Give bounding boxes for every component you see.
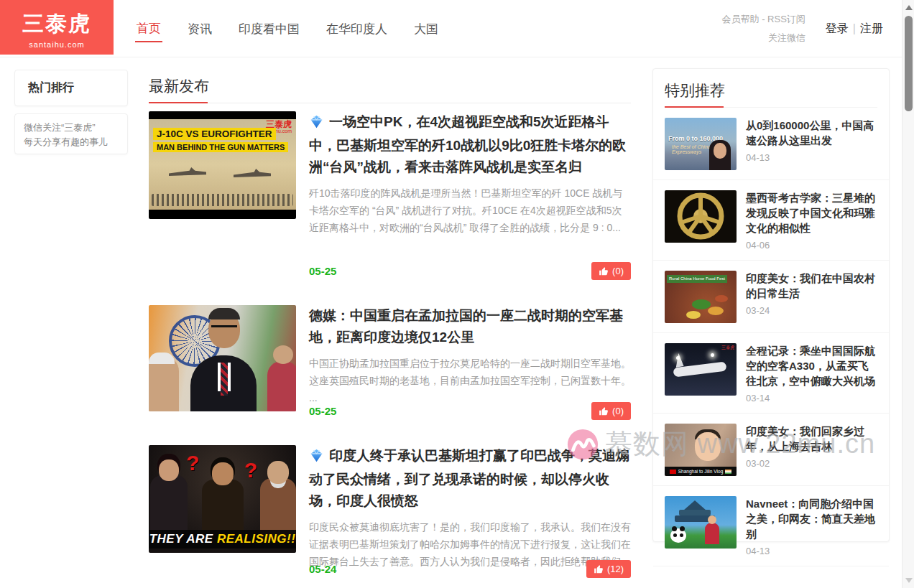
recommend-item[interactable]: From 0 to 160,000 the Best of China's Ex… [653, 108, 889, 180]
article-date: 05-24 [309, 563, 336, 575]
site-logo-title: 三泰虎 [0, 9, 114, 39]
article-thumbnail-jets[interactable]: 三泰虎 santaihu.com J-10C VS EUROFIGHTER MA… [149, 111, 296, 219]
recommend-title: 印度美女：我们在中国农村的日常生活 [746, 271, 877, 301]
latest-section-title: 最新发布 [149, 76, 631, 103]
article-title[interactable]: 德媒：中国重启在孟加拉国的一座二战时期的空军基地，距离印度边境仅12公里 [309, 305, 631, 348]
header: 三泰虎 santaihu.com 首页 资讯 印度看中国 在华印度人 大国 会员… [0, 0, 902, 57]
auth-links: 登录|注册 [826, 22, 883, 37]
panda-shape [670, 528, 686, 543]
temple-roof [683, 500, 706, 510]
light-glow [676, 356, 680, 360]
hot-ranking-box[interactable]: 热门排行 [14, 70, 128, 106]
article-thumbnail-anchor[interactable] [149, 305, 296, 411]
dish-shape [708, 307, 724, 315]
special-recommend-card: 特别推荐 From 0 to 160,000 the Best of China… [652, 68, 890, 542]
header-right: 会员帮助 - RSS订阅 关注微信 登录|注册 [722, 0, 883, 57]
recommend-thumbnail-expressway: From 0 to 160,000 the Best of China's Ex… [665, 118, 737, 170]
gem-icon [309, 447, 324, 469]
plane-tail [673, 353, 683, 368]
figure-host [705, 523, 719, 544]
thumbs-up-icon [594, 564, 604, 574]
article-date: 05-25 [309, 265, 336, 277]
nav-item-news[interactable]: 资讯 [186, 17, 213, 42]
nav-item-india-views-china[interactable]: 印度看中国 [237, 17, 301, 42]
crowd-silhouette [152, 194, 293, 206]
recommend-item[interactable]: Rural China Home Food Fest 印度美女：我们在中国农村的… [653, 261, 889, 333]
recommend-item[interactable]: Shanghai to Jilin Vlog 印度美女：我们回家乡过年，从上海去… [653, 414, 889, 486]
anchor-tie [221, 363, 228, 396]
article-thumbnail-realising[interactable]: ? ? THEY ARE REALISING!! [149, 445, 296, 553]
question-mark: ? [244, 458, 257, 482]
question-mark: ? [186, 451, 199, 475]
like-button[interactable]: (0) [591, 262, 631, 280]
scrollbar-thumb[interactable] [905, 16, 913, 111]
recommend-item[interactable]: 三泰虎 全程记录：乘坐中国国际航空的空客A330，从孟买飞往北京，空中俯瞰大兴机… [653, 333, 889, 414]
recommend-thumbnail-baby: Shanghai to Jilin Vlog [665, 424, 737, 476]
figure-left [149, 355, 179, 411]
figure-right [267, 361, 296, 411]
thumb-caption: J-10C VS EUROFIGHTER MAN BEHIND THE GUN … [153, 127, 288, 153]
header-links: 会员帮助 - RSS订阅 关注微信 [722, 10, 805, 47]
dish-shape [686, 311, 701, 319]
dish-shape [715, 295, 728, 302]
recommend-title: 墨西哥考古学家：三星堆的发现反映了中国文化和玛雅文化的相似性 [746, 190, 877, 235]
page-scrollbar[interactable] [902, 0, 914, 588]
latest-section-header: 最新发布 [149, 76, 631, 103]
site-logo[interactable]: 三泰虎 santaihu.com [0, 0, 114, 55]
register-link[interactable]: 注册 [860, 22, 883, 34]
recommend-date: 03-14 [746, 393, 877, 403]
recommend-date: 03-24 [746, 305, 877, 316]
thumbs-up-icon [599, 266, 609, 276]
article-title[interactable]: 印度人终于承认巴基斯坦打赢了印巴战争，莫迪煽动了民众情绪，到了兑现承诺的时候，却… [309, 445, 631, 512]
nav-item-indians-in-china[interactable]: 在华印度人 [325, 17, 389, 42]
article-item: ? ? THEY ARE REALISING!! 印度人终于承认巴基斯坦打赢了印… [149, 445, 631, 578]
figure-host [709, 140, 731, 170]
recommend-thumbnail-gold-wheel [665, 190, 737, 243]
light-glow [711, 353, 714, 357]
thumb-caption: Rural China Home Food Fest [667, 275, 727, 283]
login-link[interactable]: 登录 [826, 22, 849, 34]
wechat-follow-box: 微信关注“三泰虎” 每天分享有趣的事儿 [14, 113, 128, 154]
nav-item-home[interactable]: 首页 [135, 16, 162, 42]
scroll-up-arrow-icon[interactable] [905, 5, 913, 10]
auth-separator: | [853, 22, 856, 34]
article-excerpt: 中国正协助孟加拉国重启位于拉尔莫尼哈特的一座二战时期旧空军基地。这座英国殖民时期… [309, 355, 631, 406]
wechat-line1: 微信关注“三泰虎” [24, 122, 96, 133]
recommend-title: 印度美女：我们回家乡过年，从上海去吉林 [746, 424, 877, 454]
follow-wechat-link[interactable]: 关注微信 [768, 32, 805, 43]
recommend-thumbnail-food: Rural China Home Food Fest [665, 271, 737, 323]
article-title[interactable]: 一场空中PK，在4次超视距空战和5次近距格斗中，巴基斯坦空军的歼10战机以9比0… [309, 111, 631, 178]
recommend-title: Navneet：向同胞介绍中国之美，印网友：简直天差地别 [746, 496, 877, 541]
recommend-date: 04-06 [746, 240, 877, 251]
dish-shape [692, 299, 711, 309]
gem-icon [309, 113, 324, 135]
recommend-thumbnail-temple [665, 496, 737, 549]
recommend-title: 从0到160000公里，中国高速公路从这里出发 [746, 118, 877, 148]
like-button[interactable]: (12) [586, 560, 631, 578]
nav-item-great-powers[interactable]: 大国 [412, 17, 440, 42]
recommend-item[interactable]: Navneet：向同胞介绍中国之美，印网友：简直天差地别 04-13 [653, 486, 889, 566]
special-recommend-title: 特别推荐 [665, 80, 877, 108]
thumbs-up-icon [599, 406, 609, 416]
article-item: 三泰虎 santaihu.com J-10C VS EUROFIGHTER MA… [149, 111, 631, 280]
section-title-rule [149, 103, 631, 103]
anchor-hair [208, 308, 240, 319]
recommend-date: 04-13 [746, 546, 877, 556]
recommend-title: 全程记录：乘坐中国国际航空的空客A330，从孟买飞往北京，空中俯瞰大兴机场 [746, 343, 877, 388]
like-button[interactable]: (0) [591, 402, 631, 420]
thumb-caption: THEY ARE REALISING!! [149, 530, 296, 549]
baby-face [695, 432, 721, 461]
recommend-thumbnail-plane: 三泰虎 [665, 343, 737, 396]
site-logo-subtitle: santaihu.com [0, 40, 114, 49]
recommend-date: 03-02 [746, 458, 877, 469]
scroll-down-arrow-icon[interactable] [905, 578, 913, 583]
member-help-link[interactable]: 会员帮助 - RSS订阅 [722, 14, 805, 24]
anchor-glasses [211, 325, 237, 330]
article-excerpt: 歼10击落印度的阵风战机是理所当然！巴基斯坦空军的歼 10CE 战机与卡塔尔空军… [309, 185, 631, 236]
recommend-item[interactable]: 墨西哥考古学家：三星堆的发现反映了中国文化和玛雅文化的相似性 04-06 [653, 180, 889, 261]
main-nav: 首页 资讯 印度看中国 在华印度人 大国 [135, 0, 463, 57]
temple-tier [679, 510, 711, 515]
thumb-watermark: 三泰虎 [721, 345, 734, 350]
gold-wheel-icon [665, 190, 737, 243]
wechat-line2: 每天分享有趣的事儿 [24, 136, 108, 147]
